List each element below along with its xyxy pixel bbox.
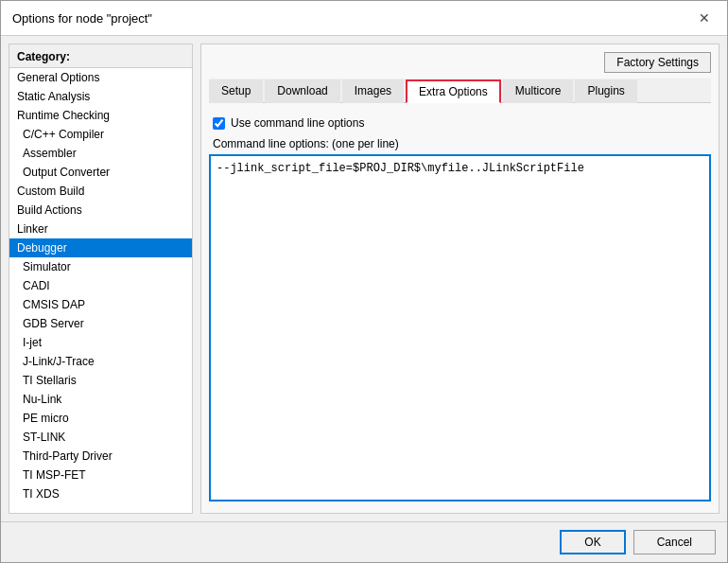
cmd-line-label: Command line options: (one per line) xyxy=(209,137,711,150)
category-label: Category: xyxy=(9,44,192,68)
checkbox-row: Use command line options xyxy=(209,116,711,130)
sidebar-item[interactable]: PE micro xyxy=(9,409,192,428)
dialog-title: Options for node "project" xyxy=(12,11,152,26)
content-area: Use command line options Command line op… xyxy=(209,113,711,505)
sidebar-item[interactable]: ST-LINK xyxy=(9,428,192,447)
sidebar-item[interactable]: J-Link/J-Trace xyxy=(9,352,192,371)
cmd-textarea-wrap xyxy=(209,154,711,501)
main-panel: Factory Settings SetupDownloadImagesExtr… xyxy=(200,44,719,514)
tab-plugins[interactable]: Plugins xyxy=(575,79,636,103)
close-button[interactable]: ✕ xyxy=(693,9,716,27)
title-bar: Options for node "project" ✕ xyxy=(1,1,727,36)
sidebar-item[interactable]: I-jet xyxy=(9,333,192,352)
sidebar-item[interactable]: C/C++ Compiler xyxy=(9,125,192,144)
sidebar-item[interactable]: TI XDS xyxy=(9,484,192,503)
cancel-button[interactable]: Cancel xyxy=(633,530,716,554)
ok-button[interactable]: OK xyxy=(560,530,625,554)
sidebar-item[interactable]: TI Stellaris xyxy=(9,371,192,390)
sidebar-item[interactable]: TI MSP-FET xyxy=(9,466,192,484)
tab-download[interactable]: Download xyxy=(265,79,339,103)
cmd-textarea[interactable] xyxy=(211,156,709,500)
sidebar-item[interactable]: CADI xyxy=(9,276,192,295)
dialog-footer: OK Cancel xyxy=(1,521,727,562)
sidebar-item[interactable]: Output Converter xyxy=(9,163,192,182)
use-cmdline-checkbox[interactable] xyxy=(213,117,225,130)
sidebar-item[interactable]: General Options xyxy=(9,68,192,87)
dialog: Options for node "project" ✕ Category: G… xyxy=(0,0,728,563)
tab-setup[interactable]: Setup xyxy=(209,79,263,103)
use-cmdline-label: Use command line options xyxy=(231,116,364,130)
tab-images[interactable]: Images xyxy=(342,79,404,103)
tab-multicore[interactable]: Multicore xyxy=(503,79,574,103)
factory-settings-button[interactable]: Factory Settings xyxy=(604,52,711,73)
sidebar-item[interactable]: Assembler xyxy=(9,144,192,163)
sidebar-item[interactable]: Build Actions xyxy=(9,201,192,220)
tabs-row: SetupDownloadImagesExtra OptionsMulticor… xyxy=(209,79,711,103)
sidebar-item[interactable]: CMSIS DAP xyxy=(9,295,192,314)
factory-row: Factory Settings xyxy=(209,52,711,73)
dialog-body: Category: General OptionsStatic Analysis… xyxy=(1,36,727,521)
sidebar-item[interactable]: Nu-Link xyxy=(9,390,192,409)
sidebar-item[interactable]: Runtime Checking xyxy=(9,106,192,125)
sidebar-item[interactable]: Debugger xyxy=(9,238,192,257)
sidebar-item[interactable]: Custom Build xyxy=(9,182,192,201)
sidebar: Category: General OptionsStatic Analysis… xyxy=(9,44,193,514)
sidebar-item[interactable]: Static Analysis xyxy=(9,87,192,106)
sidebar-item[interactable]: Third-Party Driver xyxy=(9,447,192,466)
sidebar-item[interactable]: GDB Server xyxy=(9,314,192,333)
sidebar-item[interactable]: Simulator xyxy=(9,257,192,276)
sidebar-item[interactable]: Linker xyxy=(9,220,192,238)
tab-extra-options[interactable]: Extra Options xyxy=(406,79,501,103)
